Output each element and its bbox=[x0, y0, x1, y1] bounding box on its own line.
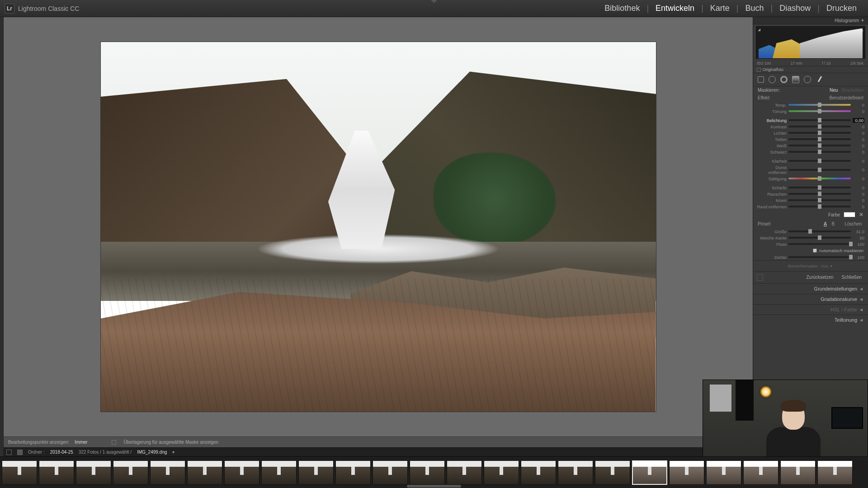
slider-value[interactable]: 100 bbox=[853, 242, 864, 247]
overlay-checkbox[interactable] bbox=[112, 440, 116, 445]
slider-rauschen[interactable]: Rauschen0 bbox=[753, 191, 868, 197]
panel-teiltonung[interactable]: Teiltonung◀ bbox=[753, 314, 868, 325]
brush-tool-icon[interactable] bbox=[816, 76, 823, 83]
filmstrip-thumb[interactable] bbox=[261, 460, 297, 485]
slider-value[interactable]: 0 bbox=[853, 137, 864, 142]
slider-thumb[interactable] bbox=[818, 192, 821, 196]
panel-gradationskurve[interactable]: Gradationskurve◀ bbox=[753, 294, 868, 304]
slider-track[interactable] bbox=[788, 160, 851, 162]
filmstrip-thumb[interactable] bbox=[595, 460, 630, 485]
slider-value[interactable]: 0 bbox=[853, 192, 864, 197]
slider-thumb[interactable] bbox=[818, 185, 821, 190]
histogram-header[interactable]: Histogramm▼ bbox=[753, 17, 868, 24]
slider-value[interactable]: 0 bbox=[853, 124, 864, 129]
slider-track[interactable] bbox=[788, 199, 851, 201]
brush-b[interactable]: B bbox=[832, 221, 835, 226]
slider-dunst[interactable]: Dunst entfernen0 bbox=[753, 164, 868, 175]
module-entwickeln[interactable]: Entwickeln bbox=[649, 4, 701, 13]
filmstrip-thumb[interactable]: • • • • • bbox=[632, 460, 667, 485]
color-swatch[interactable] bbox=[844, 212, 855, 217]
slider-saett[interactable]: Sättigung0 bbox=[753, 175, 868, 182]
automask-checkbox[interactable]: ✓ bbox=[813, 249, 817, 253]
slider-thumb[interactable] bbox=[818, 168, 821, 172]
slider-track[interactable] bbox=[788, 104, 851, 106]
slider-track[interactable] bbox=[788, 126, 851, 127]
filmstrip-thumb[interactable] bbox=[187, 460, 222, 485]
edit-points-mode[interactable]: Immer bbox=[75, 440, 87, 445]
slider-value[interactable]: 0 bbox=[853, 103, 864, 108]
slider-track[interactable] bbox=[788, 169, 851, 171]
slider-belicht[interactable]: Belichtung0,00 bbox=[753, 117, 868, 123]
filmstrip-thumb[interactable] bbox=[521, 460, 556, 485]
filmstrip-thumb[interactable] bbox=[113, 460, 148, 485]
effect-header[interactable]: Effekt: Benutzerdefiniert bbox=[753, 94, 868, 102]
slider-thumb[interactable] bbox=[818, 124, 821, 129]
slider-value[interactable]: 0 bbox=[853, 198, 864, 203]
info-folder-date[interactable]: 2018-04-25 bbox=[50, 450, 73, 455]
gradient-tool-icon[interactable] bbox=[792, 76, 799, 83]
module-bibliothek[interactable]: Bibliothek bbox=[598, 4, 646, 13]
slider-value[interactable]: 0,00 bbox=[853, 118, 864, 123]
module-diashow[interactable]: Diashow bbox=[773, 4, 817, 13]
filmstrip-thumb[interactable] bbox=[447, 460, 482, 485]
slider-kontrast[interactable]: Kontrast0 bbox=[753, 123, 868, 130]
slider-weiss[interactable]: Weiß0 bbox=[753, 142, 868, 149]
filmstrip[interactable]: • • • • • bbox=[0, 456, 868, 488]
filmstrip-thumb[interactable] bbox=[669, 460, 704, 485]
second-window-icon[interactable] bbox=[6, 450, 12, 455]
left-panel-collapsed[interactable] bbox=[0, 17, 4, 456]
slider-track[interactable] bbox=[788, 132, 851, 134]
filmstrip-thumb[interactable] bbox=[410, 460, 445, 485]
slider-track[interactable] bbox=[788, 138, 851, 140]
top-collapse-icon[interactable] bbox=[431, 0, 437, 3]
slider-track[interactable] bbox=[788, 151, 851, 153]
panel-collapse-icon[interactable]: ◀ bbox=[860, 297, 863, 301]
effect-preset[interactable]: Benutzerdefiniert bbox=[829, 95, 863, 100]
slider-kante[interactable]: Weiche Kante50 bbox=[753, 235, 868, 241]
mask-new[interactable]: Neu bbox=[830, 88, 838, 93]
slider-value[interactable]: 31.0 bbox=[853, 229, 864, 234]
slider-track[interactable] bbox=[788, 187, 851, 188]
original-checkbox[interactable] bbox=[757, 68, 761, 72]
module-drucken[interactable]: Drucken bbox=[820, 4, 863, 13]
slider-thumb[interactable] bbox=[808, 229, 812, 234]
brush-a[interactable]: A bbox=[824, 221, 827, 226]
filmstrip-thumb[interactable] bbox=[558, 460, 593, 485]
slider-thumb[interactable] bbox=[818, 103, 821, 107]
slider-value[interactable]: 0 bbox=[853, 143, 864, 148]
slider-thumb[interactable] bbox=[849, 242, 853, 246]
slider-thumb[interactable] bbox=[849, 255, 853, 259]
filmstrip-thumb[interactable] bbox=[298, 460, 334, 485]
slider-track[interactable] bbox=[788, 206, 851, 207]
slider-tiefen[interactable]: Tiefen0 bbox=[753, 136, 868, 142]
slider-thumb[interactable] bbox=[818, 118, 821, 122]
slider-moire[interactable]: Moiré0 bbox=[753, 197, 868, 203]
module-karte[interactable]: Karte bbox=[703, 4, 736, 13]
crop-tool-icon[interactable] bbox=[758, 76, 764, 83]
slider-track[interactable] bbox=[788, 110, 851, 112]
slider-lichter[interactable]: Lichter0 bbox=[753, 130, 868, 136]
automask-row[interactable]: ✓ Automatisch maskieren bbox=[753, 247, 868, 254]
slider-track[interactable] bbox=[788, 193, 851, 195]
panel-collapse-icon[interactable]: ◀ bbox=[860, 318, 863, 322]
slider-track[interactable] bbox=[788, 230, 851, 232]
slider-tonung[interactable]: Tönung0 bbox=[753, 108, 868, 114]
slider-track[interactable] bbox=[788, 256, 851, 258]
slider-thumb[interactable] bbox=[818, 131, 821, 135]
slider-value[interactable]: 0 bbox=[853, 150, 864, 155]
original-photo-row[interactable]: Originalfoto bbox=[753, 66, 868, 73]
filmstrip-thumb[interactable] bbox=[743, 460, 778, 485]
filmstrip-thumb[interactable] bbox=[780, 460, 816, 485]
histogram[interactable]: ◢ ◣ bbox=[756, 26, 865, 59]
slider-track[interactable] bbox=[788, 119, 851, 121]
slider-value[interactable]: 0 bbox=[853, 167, 864, 172]
slider-thumb[interactable] bbox=[818, 235, 821, 240]
reset-button[interactable]: Zurücksetzen bbox=[804, 274, 836, 281]
slider-track[interactable] bbox=[788, 145, 851, 146]
filmstrip-thumb[interactable] bbox=[76, 460, 111, 485]
filmstrip-thumb[interactable] bbox=[373, 460, 408, 485]
slider-thumb[interactable] bbox=[818, 176, 821, 181]
slider-track[interactable] bbox=[788, 237, 851, 239]
slider-value[interactable]: 0 bbox=[853, 109, 864, 114]
slider-value[interactable]: 100 bbox=[853, 255, 864, 260]
